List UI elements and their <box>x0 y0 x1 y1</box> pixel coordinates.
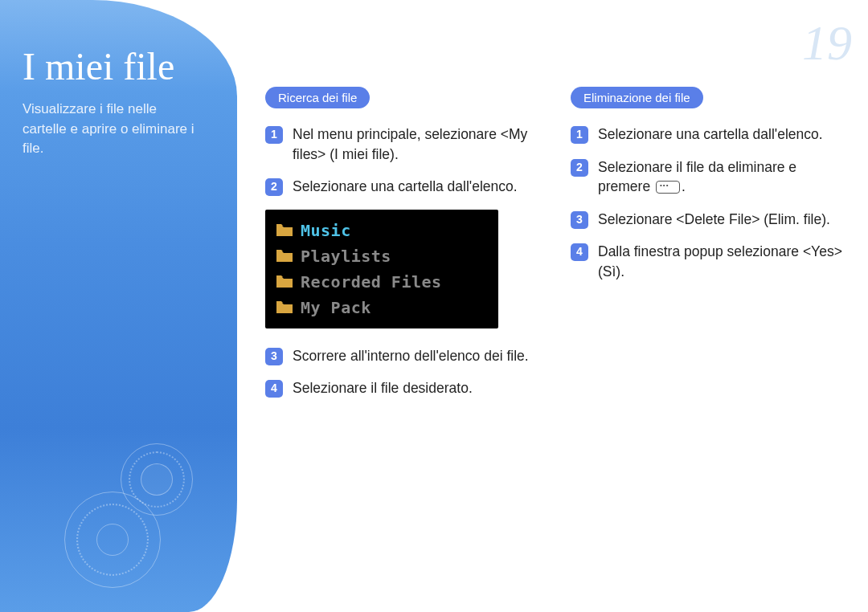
device-folder-music: Music <box>276 218 487 243</box>
search-step-1: 1 Nel menu principale, selezionare <My f… <box>265 124 538 164</box>
device-folder-label: Playlists <box>301 247 391 266</box>
search-step-3: 3 Scorrere all'interno dell'elenco dei f… <box>265 346 538 366</box>
device-folder-playlists: Playlists <box>276 243 487 269</box>
step-number-icon: 3 <box>265 348 283 365</box>
column-delete-files: Eliminazione dei file 1 Selezionare una … <box>571 87 844 411</box>
folder-icon <box>276 301 293 313</box>
step-number-icon: 2 <box>571 159 588 177</box>
device-screen-mock: Music Playlists Recorded Files My Pack <box>265 210 498 328</box>
step-number-icon: 1 <box>571 126 588 144</box>
step-text: Selezionare il file da eliminare e preme… <box>598 157 844 197</box>
step-text: Selezionare <Delete File> (Elim. file). <box>598 210 844 230</box>
device-folder-label: My Pack <box>301 298 371 317</box>
heading-delete-files: Eliminazione dei file <box>571 87 703 108</box>
step-number-icon: 4 <box>571 243 588 261</box>
step-text: Dalla finestra popup selezionare <Yes> (… <box>598 242 844 281</box>
device-folder-label: Recorded Files <box>301 272 442 292</box>
step-text: Scorrere all'interno dell'elenco dei fil… <box>293 346 538 366</box>
step-number-icon: 3 <box>571 211 588 229</box>
decorative-circles <box>96 419 257 580</box>
page-title: I miei file <box>23 44 215 88</box>
sidebar: I miei file Visualizzare i file nelle ca… <box>0 0 237 612</box>
heading-search-files: Ricerca dei file <box>265 87 370 108</box>
page-number: 19 <box>802 14 852 71</box>
device-folder-label: Music <box>301 221 351 240</box>
delete-step-2: 2 Selezionare il file da eliminare e pre… <box>571 157 844 197</box>
menu-key-icon <box>656 181 680 194</box>
folder-icon <box>276 224 293 236</box>
main-content: Ricerca dei file 1 Nel menu principale, … <box>265 87 844 411</box>
page-description: Visualizzare i file nelle cartelle e apr… <box>23 100 199 159</box>
step-text: Selezionare il file desiderato. <box>293 378 538 398</box>
delete-step-3: 3 Selezionare <Delete File> (Elim. file)… <box>571 210 844 230</box>
device-folder-mypack: My Pack <box>276 295 487 320</box>
delete-step-4: 4 Dalla finestra popup selezionare <Yes>… <box>571 242 844 281</box>
step-text: Selezionare una cartella dall'elenco. <box>293 177 538 197</box>
step-number-icon: 2 <box>265 178 283 196</box>
step-text: Nel menu principale, selezionare <My fil… <box>293 124 538 164</box>
step-number-icon: 4 <box>265 380 283 398</box>
search-step-4: 4 Selezionare il file desiderato. <box>265 378 538 398</box>
step-text: Selezionare una cartella dall'elenco. <box>598 124 844 145</box>
folder-icon <box>276 275 293 288</box>
column-search-files: Ricerca dei file 1 Nel menu principale, … <box>265 87 538 411</box>
search-step-2: 2 Selezionare una cartella dall'elenco. <box>265 177 538 197</box>
step-number-icon: 1 <box>265 126 283 144</box>
delete-step-1: 1 Selezionare una cartella dall'elenco. <box>571 124 844 145</box>
device-folder-recorded: Recorded Files <box>276 269 487 295</box>
folder-icon <box>276 250 293 262</box>
